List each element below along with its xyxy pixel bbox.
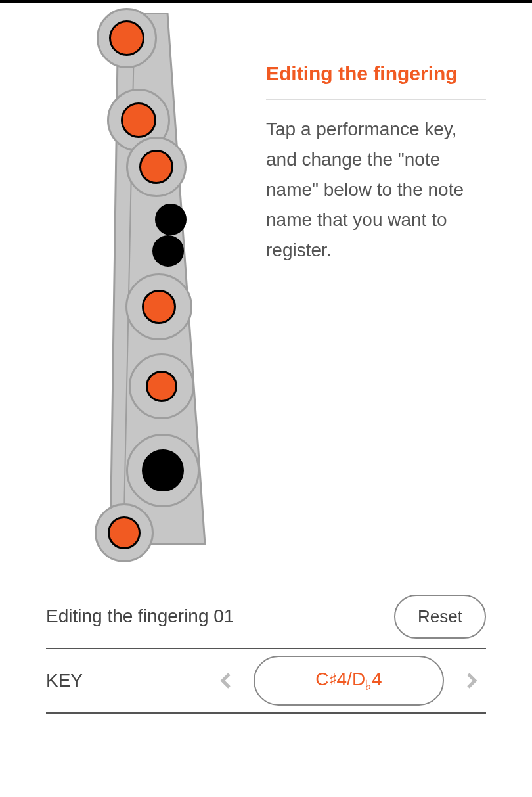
hole-3[interactable] [139,150,173,184]
note-name-text: C♯4/D♭4 [315,669,382,689]
panel-body: Tap a performance key, and change the "n… [266,114,486,265]
panel-title: Editing the fingering [266,62,486,100]
window-top-border [0,0,532,3]
key-row-container: KEY C♯4/D♭4 [46,649,486,712]
hole-1-thumb[interactable] [109,20,144,56]
hole-9-foot[interactable] [108,516,141,549]
hole-6[interactable] [142,290,176,324]
chevron-right-icon [462,671,481,691]
hole-4-small[interactable] [155,204,187,235]
prev-note-button[interactable] [211,666,240,695]
reset-button[interactable]: Reset [394,595,486,639]
note-name-button[interactable]: C♯4/D♭4 [254,656,444,706]
hole-5-small[interactable] [152,235,184,267]
controls-section: Editing the fingering 01 Reset KEY C♯4/D… [46,585,486,714]
status-row: Editing the fingering 01 Reset [46,585,486,648]
divider-2 [46,712,486,714]
hole-8[interactable] [142,449,184,491]
status-label: Editing the fingering 01 [46,606,234,627]
next-note-button[interactable] [457,666,486,695]
key-label: KEY [46,670,83,691]
info-panel: Editing the fingering Tap a performance … [266,62,486,265]
hole-2[interactable] [121,102,156,138]
fingering-diagram [99,13,236,558]
hole-7[interactable] [146,371,177,402]
chevron-left-icon [216,671,236,691]
